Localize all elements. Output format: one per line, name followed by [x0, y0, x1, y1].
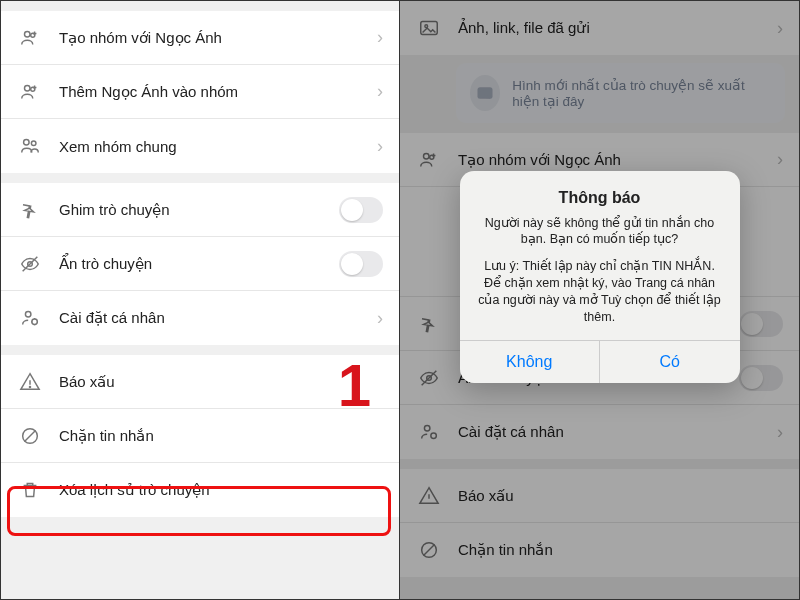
row-label: Ghim trò chuyện — [59, 201, 339, 219]
step-number-1: 1 — [338, 351, 371, 420]
pane-step1: Tạo nhóm với Ngọc Ánh › Thêm Ngọc Ánh và… — [1, 1, 400, 599]
eye-off-icon — [17, 251, 43, 277]
settings-list: Tạo nhóm với Ngọc Ánh › Thêm Ngọc Ánh và… — [1, 11, 399, 173]
svg-point-8 — [25, 312, 31, 318]
row-view-common-groups[interactable]: Xem nhóm chung › — [1, 119, 399, 173]
row-label: Thêm Ngọc Ánh vào nhóm — [59, 83, 377, 101]
svg-line-13 — [25, 430, 36, 441]
row-label: Xem nhóm chung — [59, 138, 377, 155]
group-add-icon — [17, 79, 43, 105]
svg-point-2 — [25, 85, 31, 91]
chevron-right-icon: › — [377, 136, 383, 157]
chevron-right-icon: › — [377, 81, 383, 102]
pin-icon — [17, 197, 43, 223]
confirm-alert: Thông báo Người này sẽ không thể gửi tin… — [460, 171, 740, 383]
row-hide-chat[interactable]: Ẩn trò chuyện — [1, 237, 399, 291]
row-create-group[interactable]: Tạo nhóm với Ngọc Ánh › — [1, 11, 399, 65]
pane-step2: Ảnh, link, file đã gửi › Hình mới nhất c… — [400, 1, 799, 599]
chevron-right-icon: › — [377, 27, 383, 48]
svg-point-9 — [32, 319, 38, 325]
block-icon — [17, 423, 43, 449]
alert-no-button[interactable]: Không — [460, 341, 600, 383]
group-icon — [17, 133, 43, 159]
trash-icon — [17, 477, 43, 503]
row-label: Cài đặt cá nhân — [59, 309, 377, 327]
chevron-right-icon: › — [377, 308, 383, 329]
group-add-icon — [17, 25, 43, 51]
svg-point-0 — [25, 31, 31, 36]
tutorial-frame: Tạo nhóm với Ngọc Ánh › Thêm Ngọc Ánh và… — [0, 0, 800, 600]
row-label: Tạo nhóm với Ngọc Ánh — [59, 29, 377, 47]
row-personal-settings[interactable]: Cài đặt cá nhân › — [1, 291, 399, 345]
settings-list: Ghim trò chuyện Ẩn trò chuyện Cài đặt cá… — [1, 183, 399, 345]
alert-note: Lưu ý: Thiết lập này chỉ chặn TIN NHẮN. … — [476, 258, 724, 326]
alert-yes-button[interactable]: Có — [599, 341, 740, 383]
row-label: Xóa lịch sử trò chuyện — [59, 481, 383, 499]
row-label: Báo xấu — [59, 373, 383, 391]
row-label: Chặn tin nhắn — [59, 427, 383, 445]
row-label: Ẩn trò chuyện — [59, 255, 339, 273]
warning-icon — [17, 369, 43, 395]
row-pin-chat[interactable]: Ghim trò chuyện — [1, 183, 399, 237]
svg-point-5 — [31, 141, 36, 146]
toggle-pin[interactable] — [339, 197, 383, 223]
toggle-hide[interactable] — [339, 251, 383, 277]
row-delete-history[interactable]: Xóa lịch sử trò chuyện — [1, 463, 399, 517]
user-settings-icon — [17, 305, 43, 331]
alert-message: Người này sẽ không thể gửi tin nhắn cho … — [476, 215, 724, 249]
svg-point-4 — [24, 140, 29, 146]
alert-title: Thông báo — [476, 187, 724, 209]
row-add-to-group[interactable]: Thêm Ngọc Ánh vào nhóm › — [1, 65, 399, 119]
svg-point-11 — [29, 386, 30, 387]
